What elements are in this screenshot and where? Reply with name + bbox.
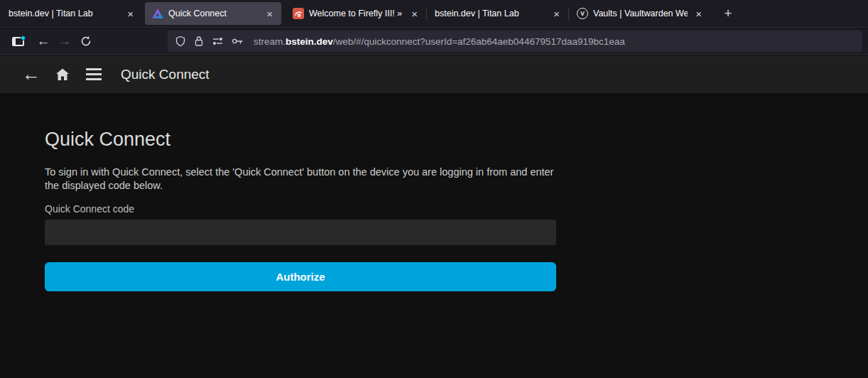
vaultwarden-icon: V	[577, 8, 588, 19]
shield-icon[interactable]	[175, 36, 186, 47]
quick-connect-form: Quick Connect To sign in with Quick Conn…	[45, 93, 556, 291]
tab-label: Quick Connect	[168, 9, 259, 18]
close-icon[interactable]: ×	[124, 7, 136, 21]
instructions-text: To sign in with Quick Connect, select th…	[45, 166, 556, 192]
tab-label: bstein.dev | Titan Lab	[9, 9, 119, 18]
quick-connect-code-input[interactable]	[45, 220, 556, 245]
code-input-label: Quick Connect code	[45, 203, 556, 215]
tab-label: Vaults | Vaultwarden Web	[593, 9, 688, 18]
firefox-view-icon	[12, 37, 24, 46]
tab-label: Welcome to Firefly III! » Fir	[309, 9, 403, 18]
page-viewport: ← Quick Connect Quick Connect To sign in…	[0, 55, 868, 378]
app-header: ← Quick Connect	[0, 55, 868, 93]
forward-button[interactable]: →	[54, 31, 75, 51]
home-button[interactable]	[47, 59, 78, 90]
jellyfin-icon	[152, 8, 163, 19]
menu-button[interactable]	[78, 59, 109, 90]
tab-bar: bstein.dev | Titan Lab × Quick Connect ×…	[0, 0, 868, 28]
hamburger-icon	[86, 68, 102, 80]
permissions-icon[interactable]	[212, 36, 224, 47]
new-tab-button[interactable]: +	[717, 3, 739, 24]
lock-icon[interactable]	[194, 36, 204, 47]
tab-vaultwarden[interactable]: V Vaults | Vaultwarden Web ×	[568, 0, 710, 27]
authorize-button[interactable]: Authorize	[45, 262, 556, 291]
reload-icon	[80, 36, 92, 47]
key-icon[interactable]	[232, 36, 244, 47]
url-text: stream.bstein.dev/web/#/quickconnect?use…	[254, 36, 625, 47]
close-icon[interactable]: ×	[693, 7, 705, 21]
app-back-button[interactable]: ←	[16, 59, 47, 90]
app-header-title: Quick Connect	[121, 67, 210, 82]
close-icon[interactable]: ×	[408, 7, 421, 21]
url-subdomain: stream.	[254, 36, 286, 47]
tab-titan-lab-2[interactable]: bstein.dev | Titan Lab ×	[426, 0, 568, 27]
url-bar[interactable]: stream.bstein.dev/web/#/quickconnect?use…	[168, 31, 862, 52]
notification-dot	[21, 36, 26, 40]
tab-firefly[interactable]: Welcome to Firefly III! » Fir ×	[284, 0, 426, 27]
home-icon	[54, 66, 71, 83]
firefox-view-button[interactable]	[7, 31, 28, 51]
url-path: /web/#/quickconnect?userId=af26ab64aeb04…	[333, 36, 625, 47]
browser-window: bstein.dev | Titan Lab × Quick Connect ×…	[0, 0, 868, 378]
back-button[interactable]: ←	[33, 31, 54, 51]
close-icon[interactable]: ×	[550, 7, 563, 21]
url-domain: bstein.dev	[286, 36, 333, 47]
page-title: Quick Connect	[45, 129, 556, 150]
close-icon[interactable]: ×	[264, 7, 276, 21]
firefly-icon	[293, 8, 304, 19]
tab-titan-lab-1[interactable]: bstein.dev | Titan Lab ×	[0, 0, 142, 27]
navigation-toolbar: ← → stream.bstein.dev/web/#/quickconnect…	[0, 28, 868, 55]
tab-label: bstein.dev | Titan Lab	[435, 9, 546, 18]
tab-quick-connect[interactable]: Quick Connect ×	[145, 2, 281, 25]
reload-button[interactable]	[75, 31, 97, 51]
